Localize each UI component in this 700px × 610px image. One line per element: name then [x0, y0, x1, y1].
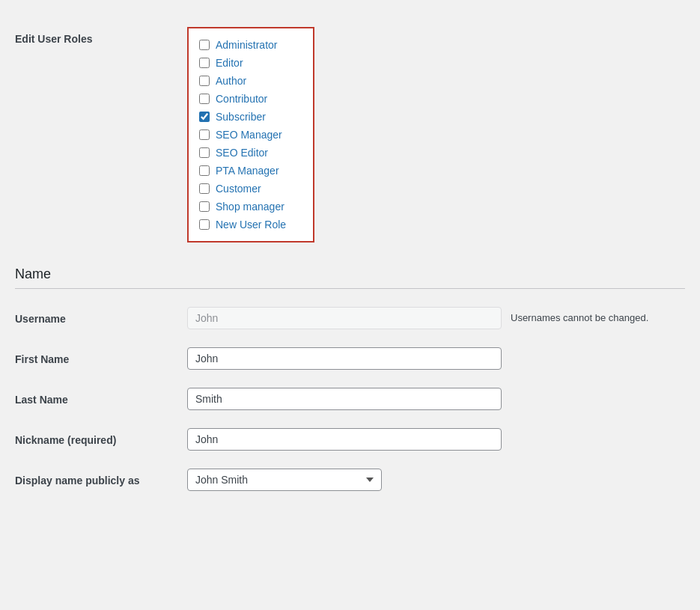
username-input [187, 307, 502, 329]
role-checkbox-seo-editor[interactable] [199, 147, 210, 158]
role-checkbox-administrator[interactable] [199, 40, 210, 50]
role-checkbox-pta-manager[interactable] [199, 165, 210, 176]
first-name-input[interactable] [187, 347, 502, 370]
role-label-author[interactable]: Author [216, 75, 246, 87]
role-label-new-user-role[interactable]: New User Role [216, 219, 286, 231]
role-label-shop-manager[interactable]: Shop manager [216, 201, 284, 213]
role-checkbox-new-user-role[interactable] [199, 219, 210, 230]
edit-user-roles-form: Edit User Roles AdministratorEditorAutho… [15, 18, 685, 251]
role-item-author: Author [199, 72, 302, 90]
role-checkbox-customer[interactable] [199, 183, 210, 194]
role-item-seo-editor: SEO Editor [199, 144, 302, 162]
role-label-seo-editor[interactable]: SEO Editor [216, 147, 268, 159]
role-checkbox-subscriber[interactable] [199, 112, 210, 122]
role-item-customer: Customer [199, 180, 302, 198]
role-label-seo-manager[interactable]: SEO Manager [216, 129, 282, 141]
first-name-label: First Name [15, 353, 69, 365]
role-item-pta-manager: PTA Manager [199, 162, 302, 180]
last-name-label: Last Name [15, 394, 68, 406]
username-label: Username [15, 313, 66, 325]
nickname-label: Nickname (required) [15, 434, 116, 446]
role-label-subscriber[interactable]: Subscriber [216, 111, 266, 123]
nickname-input[interactable] [187, 428, 502, 451]
name-section-heading: Name [15, 266, 685, 289]
role-label-contributor[interactable]: Contributor [216, 93, 267, 105]
display-name-select[interactable]: John SmithJohnSmithjohn [187, 469, 382, 491]
username-note: Usernames cannot be changed. [511, 311, 648, 325]
role-item-contributor: Contributor [199, 90, 302, 108]
role-item-shop-manager: Shop manager [199, 198, 302, 216]
role-checkbox-author[interactable] [199, 76, 210, 86]
role-item-editor: Editor [199, 54, 302, 72]
role-checkbox-editor[interactable] [199, 58, 210, 68]
roles-box: AdministratorEditorAuthorContributorSubs… [187, 27, 314, 243]
role-item-seo-manager: SEO Manager [199, 126, 302, 144]
role-item-new-user-role: New User Role [199, 216, 302, 234]
role-label-customer[interactable]: Customer [216, 183, 261, 195]
role-checkbox-contributor[interactable] [199, 94, 210, 104]
role-item-subscriber: Subscriber [199, 108, 302, 126]
last-name-input[interactable] [187, 388, 502, 410]
role-label-editor[interactable]: Editor [216, 57, 243, 69]
role-item-administrator: Administrator [199, 36, 302, 54]
role-checkbox-shop-manager[interactable] [199, 201, 210, 212]
name-form: Username Usernames cannot be changed. Fi… [15, 298, 685, 500]
display-name-label: Display name publicly as [15, 475, 140, 487]
roles-label: Edit User Roles [15, 33, 92, 45]
role-checkbox-seo-manager[interactable] [199, 129, 210, 140]
role-label-pta-manager[interactable]: PTA Manager [216, 165, 279, 177]
role-label-administrator[interactable]: Administrator [216, 39, 277, 51]
